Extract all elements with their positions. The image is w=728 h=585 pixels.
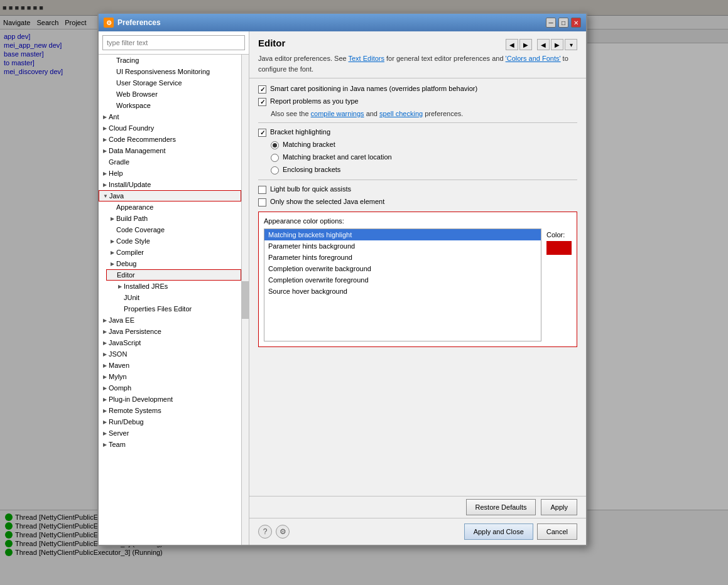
smart-caret-checkbox[interactable] (258, 85, 266, 94)
tree-item-code-recommenders[interactable]: Code Recommenders (99, 134, 241, 145)
color-item-source-hover-bg[interactable]: Source hover background (264, 286, 541, 297)
pref-report-problems-row: Report problems as you type (258, 97, 577, 106)
tree-item-help[interactable]: Help (99, 168, 241, 179)
tree-arrow-javascript (101, 339, 109, 346)
matching-bracket-radio[interactable] (271, 141, 279, 149)
tree-arrow-build-path (109, 215, 116, 222)
color-item-matching-brackets[interactable]: Matching brackets highlight (264, 229, 541, 240)
nav-back-button[interactable]: ◀ (506, 39, 518, 50)
tree-item-ant[interactable]: Ant (99, 111, 241, 122)
nav-forward-button[interactable]: ▶ (519, 39, 532, 50)
report-problems-checkbox[interactable] (258, 98, 266, 106)
dialog-body: Tracing UI Responsiveness Monitoring Use… (99, 31, 586, 545)
settings-icon-button[interactable]: ⚙ (276, 525, 290, 539)
color-item-completion-overwrite-fg[interactable]: Completion overwrite foreground (264, 274, 541, 286)
tree-search-area (99, 31, 249, 55)
bracket-highlighting-label: Bracket highlighting (270, 128, 330, 136)
tree-arrow-help (101, 169, 109, 177)
tree-arrow-plugin-development (101, 395, 109, 403)
color-item-completion-overwrite-bg[interactable]: Completion overwrite background (264, 263, 541, 274)
only-selected-label: Only show the selected Java element (270, 198, 384, 205)
tree-item-data-management[interactable]: Data Management (99, 145, 241, 156)
tree-item-build-path[interactable]: Build Path (106, 213, 241, 224)
color-item-param-hints-fg[interactable]: Parameter hints foreground (264, 252, 541, 263)
tree-item-editor[interactable]: Editor (106, 269, 241, 281)
compile-warnings-link[interactable]: compile warnings (311, 110, 364, 117)
spell-checking-link[interactable]: spell checking (379, 110, 423, 117)
section-divider-2 (258, 180, 577, 180)
help-icon-button[interactable]: ? (258, 525, 272, 539)
tree-item-code-style[interactable]: Code Style (106, 235, 241, 247)
smart-caret-label: Smart caret positioning in Java names (o… (270, 85, 477, 92)
apply-button[interactable]: Apply (541, 499, 577, 515)
tree-item-oomph[interactable]: Oomph (99, 382, 241, 394)
tree-item-javascript[interactable]: JavaScript (99, 337, 241, 348)
tree-item-debug[interactable]: Debug (106, 258, 241, 269)
tree-item-workspace[interactable]: Workspace (106, 100, 241, 111)
tree-scrollbar[interactable] (241, 55, 249, 545)
tree-scrollbar-thumb[interactable] (242, 281, 249, 319)
enclosing-brackets-radio[interactable] (271, 166, 279, 174)
tree-item-team[interactable]: Team (99, 439, 241, 450)
tree-item-server[interactable]: Server (99, 427, 241, 439)
light-bulb-checkbox[interactable] (258, 186, 266, 194)
tree-item-cloud-foundry[interactable]: Cloud Foundry (99, 122, 241, 134)
tree-arrow-code-recommenders (101, 136, 109, 143)
tree-item-run-debug[interactable]: Run/Debug (99, 416, 241, 427)
dialog-footer: ? ⚙ Apply and Close Cancel (249, 518, 586, 545)
tree-arrow-oomph (101, 384, 109, 392)
tree-item-install-update[interactable]: Install/Update (99, 179, 241, 190)
bracket-highlighting-checkbox[interactable] (258, 129, 266, 137)
tree-item-properties-files-editor[interactable]: Properties Files Editor (114, 303, 241, 314)
content-title: Editor (258, 38, 285, 48)
tree-arrow-installed-jres (116, 282, 124, 290)
footer-left-icons: ? ⚙ (258, 525, 290, 539)
tree-arrow-ant (101, 113, 109, 121)
dialog-controls: ─ □ ✕ (546, 18, 581, 28)
nav-dropdown-button[interactable]: ▾ (565, 39, 577, 50)
appearance-section: Appearance color options: Matching brack… (258, 212, 577, 347)
tree-item-installed-jres[interactable]: Installed JREs (114, 281, 241, 292)
restore-defaults-button[interactable]: Restore Defaults (466, 499, 536, 515)
tree-item-compiler[interactable]: Compiler (106, 247, 241, 258)
tree-item-java-ee[interactable]: Java EE (99, 314, 241, 326)
tree-item-code-coverage[interactable]: Code Coverage (106, 224, 241, 235)
tree-item-ui-responsiveness[interactable]: UI Responsiveness Monitoring (106, 66, 241, 77)
tree-arrow-server (101, 429, 109, 437)
close-button[interactable]: ✕ (571, 18, 581, 28)
color-label: Color: (546, 231, 565, 239)
tree-item-junit[interactable]: JUnit (114, 292, 241, 303)
tree-search-input[interactable] (102, 35, 245, 50)
tree-item-maven[interactable]: Maven (99, 360, 241, 371)
minimize-button[interactable]: ─ (546, 18, 556, 28)
matching-bracket-caret-radio[interactable] (271, 154, 279, 162)
tree-arrow-java (102, 192, 109, 200)
tree-item-web-browser[interactable]: Web Browser (106, 89, 241, 100)
tree-item-java[interactable]: Java (99, 190, 241, 201)
tree-item-mylyn[interactable]: Mylyn (99, 371, 241, 382)
maximize-button[interactable]: □ (558, 18, 568, 28)
color-swatch[interactable] (546, 241, 572, 255)
report-problems-label: Report problems as you type (270, 97, 359, 105)
tree-item-plugin-development[interactable]: Plug-in Development (99, 394, 241, 405)
tree-item-java-persistence[interactable]: Java Persistence (99, 326, 241, 337)
color-item-param-hints-bg[interactable]: Parameter hints background (264, 240, 541, 252)
tree-arrow-data-management (101, 147, 109, 154)
tree-content: Tracing UI Responsiveness Monitoring Use… (99, 55, 241, 545)
tree-item-appearance[interactable]: Appearance (106, 201, 241, 213)
tree-scroll-area: Tracing UI Responsiveness Monitoring Use… (99, 55, 249, 545)
tree-item-remote-systems[interactable]: Remote Systems (99, 405, 241, 416)
tree-item-json[interactable]: JSON (99, 348, 241, 360)
only-selected-checkbox[interactable] (258, 198, 266, 207)
preferences-dialog: ⚙ Preferences ─ □ ✕ Tracing (97, 13, 587, 546)
tree-item-user-storage[interactable]: User Storage Service (106, 77, 241, 89)
colors-fonts-link[interactable]: 'Colors and Fonts' (506, 55, 561, 62)
apply-and-close-button[interactable]: Apply and Close (464, 523, 533, 540)
text-editors-link[interactable]: Text Editors (349, 55, 384, 62)
pref-only-selected-row: Only show the selected Java element (258, 198, 577, 207)
tree-item-gradle[interactable]: Gradle (99, 156, 241, 168)
nav-forward-button-2[interactable]: ▶ (551, 39, 563, 50)
tree-item-tracing[interactable]: Tracing (106, 55, 241, 66)
cancel-button[interactable]: Cancel (537, 523, 577, 540)
nav-back-button-2[interactable]: ◀ (537, 39, 550, 50)
